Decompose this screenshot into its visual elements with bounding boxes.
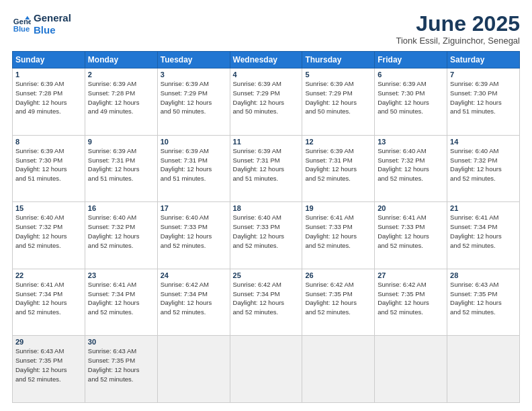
table-row: 12Sunrise: 6:39 AMSunset: 7:31 PMDayligh… bbox=[302, 135, 375, 202]
day-info: Sunrise: 6:43 AMSunset: 7:35 PMDaylight:… bbox=[15, 347, 82, 383]
table-row: 15Sunrise: 6:40 AMSunset: 7:32 PMDayligh… bbox=[13, 202, 85, 269]
table-row: 2Sunrise: 6:39 AMSunset: 7:28 PMDaylight… bbox=[85, 68, 157, 136]
table-row: 16Sunrise: 6:40 AMSunset: 7:32 PMDayligh… bbox=[85, 202, 157, 269]
logo-text: General Blue bbox=[34, 12, 71, 36]
day-info: Sunrise: 6:41 AMSunset: 7:33 PMDaylight:… bbox=[305, 213, 371, 250]
svg-text:Blue: Blue bbox=[13, 25, 30, 33]
day-number: 1 bbox=[15, 71, 82, 79]
day-info: Sunrise: 6:39 AMSunset: 7:29 PMDaylight:… bbox=[305, 79, 371, 116]
day-number: 18 bbox=[233, 204, 300, 212]
table-row: 9Sunrise: 6:39 AMSunset: 7:31 PMDaylight… bbox=[85, 135, 157, 202]
table-row: 19Sunrise: 6:41 AMSunset: 7:33 PMDayligh… bbox=[302, 202, 375, 269]
day-number: 10 bbox=[161, 138, 227, 146]
day-info: Sunrise: 6:40 AMSunset: 7:32 PMDaylight:… bbox=[378, 146, 444, 183]
day-info: Sunrise: 6:39 AMSunset: 7:28 PMDaylight:… bbox=[15, 79, 82, 116]
table-row: 20Sunrise: 6:41 AMSunset: 7:33 PMDayligh… bbox=[375, 202, 447, 269]
col-monday: Monday bbox=[85, 52, 157, 68]
logo: General Blue General Blue bbox=[12, 12, 71, 36]
day-number: 29 bbox=[15, 338, 82, 346]
day-info: Sunrise: 6:42 AMSunset: 7:35 PMDaylight:… bbox=[378, 280, 444, 317]
day-info: Sunrise: 6:39 AMSunset: 7:31 PMDaylight:… bbox=[233, 146, 300, 183]
table-row: 7Sunrise: 6:39 AMSunset: 7:30 PMDaylight… bbox=[447, 68, 520, 136]
day-number: 8 bbox=[15, 138, 82, 146]
day-number: 28 bbox=[450, 271, 517, 279]
day-number: 24 bbox=[161, 271, 227, 279]
table-row: 13Sunrise: 6:40 AMSunset: 7:32 PMDayligh… bbox=[375, 135, 447, 202]
col-thursday: Thursday bbox=[302, 52, 375, 68]
day-number: 23 bbox=[88, 271, 154, 279]
day-info: Sunrise: 6:40 AMSunset: 7:32 PMDaylight:… bbox=[88, 213, 154, 250]
col-sunday: Sunday bbox=[13, 52, 85, 68]
day-info: Sunrise: 6:39 AMSunset: 7:30 PMDaylight:… bbox=[450, 79, 517, 116]
day-info: Sunrise: 6:41 AMSunset: 7:34 PMDaylight:… bbox=[450, 213, 517, 250]
table-row: 5Sunrise: 6:39 AMSunset: 7:29 PMDaylight… bbox=[302, 68, 375, 136]
day-number: 14 bbox=[450, 138, 517, 146]
table-row bbox=[375, 336, 447, 403]
table-row bbox=[302, 336, 375, 403]
table-row: 6Sunrise: 6:39 AMSunset: 7:30 PMDaylight… bbox=[375, 68, 447, 136]
day-number: 27 bbox=[378, 271, 444, 279]
table-row: 26Sunrise: 6:42 AMSunset: 7:35 PMDayligh… bbox=[302, 269, 375, 336]
day-info: Sunrise: 6:41 AMSunset: 7:34 PMDaylight:… bbox=[88, 280, 154, 317]
day-number: 21 bbox=[450, 204, 517, 212]
day-info: Sunrise: 6:40 AMSunset: 7:32 PMDaylight:… bbox=[450, 146, 517, 183]
day-number: 7 bbox=[450, 71, 517, 79]
table-row: 25Sunrise: 6:42 AMSunset: 7:34 PMDayligh… bbox=[230, 269, 302, 336]
day-number: 12 bbox=[305, 138, 371, 146]
header: General Blue General Blue June 2025 Tion… bbox=[12, 12, 520, 46]
day-number: 19 bbox=[305, 204, 371, 212]
table-row: 17Sunrise: 6:40 AMSunset: 7:33 PMDayligh… bbox=[157, 202, 230, 269]
col-friday: Friday bbox=[375, 52, 447, 68]
day-number: 26 bbox=[305, 271, 371, 279]
month-title: June 2025 bbox=[396, 12, 520, 36]
table-row: 22Sunrise: 6:41 AMSunset: 7:34 PMDayligh… bbox=[13, 269, 85, 336]
day-number: 20 bbox=[378, 204, 444, 212]
table-row: 8Sunrise: 6:39 AMSunset: 7:30 PMDaylight… bbox=[13, 135, 85, 202]
day-info: Sunrise: 6:42 AMSunset: 7:34 PMDaylight:… bbox=[161, 280, 227, 317]
day-info: Sunrise: 6:42 AMSunset: 7:35 PMDaylight:… bbox=[305, 280, 371, 317]
day-info: Sunrise: 6:43 AMSunset: 7:35 PMDaylight:… bbox=[450, 280, 517, 317]
day-number: 25 bbox=[233, 271, 300, 279]
logo-icon: General Blue bbox=[12, 15, 31, 34]
table-row bbox=[230, 336, 302, 403]
day-number: 30 bbox=[88, 338, 154, 346]
table-row: 28Sunrise: 6:43 AMSunset: 7:35 PMDayligh… bbox=[447, 269, 520, 336]
day-info: Sunrise: 6:41 AMSunset: 7:34 PMDaylight:… bbox=[15, 280, 82, 317]
day-info: Sunrise: 6:40 AMSunset: 7:33 PMDaylight:… bbox=[161, 213, 227, 250]
day-number: 11 bbox=[233, 138, 300, 146]
day-info: Sunrise: 6:39 AMSunset: 7:29 PMDaylight:… bbox=[233, 79, 300, 116]
table-row: 30Sunrise: 6:43 AMSunset: 7:35 PMDayligh… bbox=[85, 336, 157, 403]
day-info: Sunrise: 6:39 AMSunset: 7:31 PMDaylight:… bbox=[161, 146, 227, 183]
col-wednesday: Wednesday bbox=[230, 52, 302, 68]
table-row: 3Sunrise: 6:39 AMSunset: 7:29 PMDaylight… bbox=[157, 68, 230, 136]
day-number: 17 bbox=[161, 204, 227, 212]
day-info: Sunrise: 6:39 AMSunset: 7:30 PMDaylight:… bbox=[378, 79, 444, 116]
day-info: Sunrise: 6:39 AMSunset: 7:30 PMDaylight:… bbox=[15, 146, 82, 183]
table-row: 23Sunrise: 6:41 AMSunset: 7:34 PMDayligh… bbox=[85, 269, 157, 336]
day-info: Sunrise: 6:39 AMSunset: 7:28 PMDaylight:… bbox=[88, 79, 154, 116]
day-number: 2 bbox=[88, 71, 154, 79]
table-row: 4Sunrise: 6:39 AMSunset: 7:29 PMDaylight… bbox=[230, 68, 302, 136]
day-number: 3 bbox=[161, 71, 227, 79]
day-number: 5 bbox=[305, 71, 371, 79]
table-row: 27Sunrise: 6:42 AMSunset: 7:35 PMDayligh… bbox=[375, 269, 447, 336]
col-tuesday: Tuesday bbox=[157, 52, 230, 68]
table-row bbox=[157, 336, 230, 403]
day-number: 16 bbox=[88, 204, 154, 212]
day-info: Sunrise: 6:40 AMSunset: 7:32 PMDaylight:… bbox=[15, 213, 82, 250]
col-saturday: Saturday bbox=[447, 52, 520, 68]
day-info: Sunrise: 6:43 AMSunset: 7:35 PMDaylight:… bbox=[88, 347, 154, 383]
location: Tionk Essil, Ziguinchor, Senegal bbox=[396, 36, 520, 46]
title-block: June 2025 Tionk Essil, Ziguinchor, Seneg… bbox=[396, 12, 520, 46]
day-info: Sunrise: 6:39 AMSunset: 7:31 PMDaylight:… bbox=[305, 146, 371, 183]
day-number: 22 bbox=[15, 271, 82, 279]
day-info: Sunrise: 6:42 AMSunset: 7:34 PMDaylight:… bbox=[233, 280, 300, 317]
table-row: 24Sunrise: 6:42 AMSunset: 7:34 PMDayligh… bbox=[157, 269, 230, 336]
day-number: 15 bbox=[15, 204, 82, 212]
table-row bbox=[447, 336, 520, 403]
table-row: 10Sunrise: 6:39 AMSunset: 7:31 PMDayligh… bbox=[157, 135, 230, 202]
day-info: Sunrise: 6:39 AMSunset: 7:29 PMDaylight:… bbox=[161, 79, 227, 116]
day-info: Sunrise: 6:41 AMSunset: 7:33 PMDaylight:… bbox=[378, 213, 444, 250]
day-number: 13 bbox=[378, 138, 444, 146]
page: General Blue General Blue June 2025 Tion… bbox=[0, 0, 532, 411]
